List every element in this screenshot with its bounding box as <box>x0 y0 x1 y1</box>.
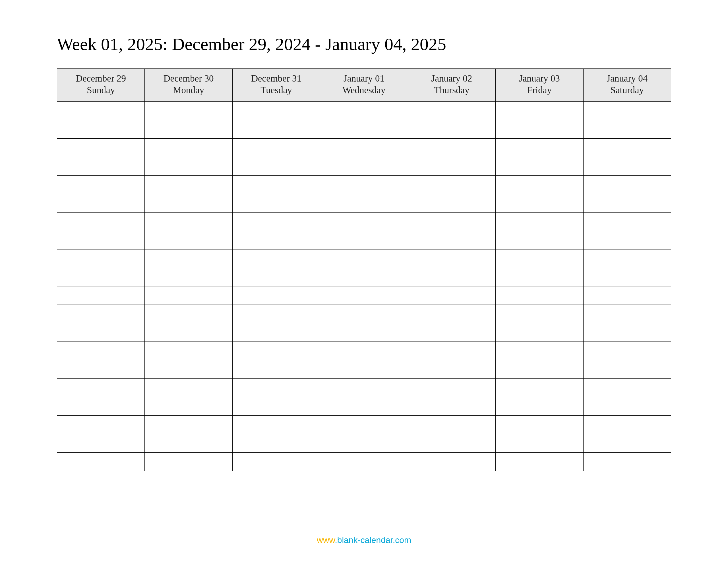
calendar-cell[interactable] <box>145 268 232 286</box>
calendar-cell[interactable] <box>408 175 495 194</box>
calendar-cell[interactable] <box>320 101 408 120</box>
calendar-cell[interactable] <box>232 341 320 360</box>
calendar-cell[interactable] <box>496 323 583 341</box>
calendar-cell[interactable] <box>320 341 408 360</box>
calendar-cell[interactable] <box>408 268 495 286</box>
calendar-cell[interactable] <box>583 175 671 194</box>
calendar-cell[interactable] <box>320 304 408 323</box>
calendar-cell[interactable] <box>320 138 408 157</box>
calendar-cell[interactable] <box>57 120 145 138</box>
calendar-cell[interactable] <box>232 378 320 397</box>
calendar-cell[interactable] <box>408 286 495 304</box>
calendar-cell[interactable] <box>320 120 408 138</box>
calendar-cell[interactable] <box>145 323 232 341</box>
calendar-cell[interactable] <box>320 415 408 434</box>
calendar-cell[interactable] <box>408 415 495 434</box>
calendar-cell[interactable] <box>57 323 145 341</box>
calendar-cell[interactable] <box>583 231 671 249</box>
calendar-cell[interactable] <box>583 212 671 231</box>
calendar-cell[interactable] <box>496 415 583 434</box>
calendar-cell[interactable] <box>320 323 408 341</box>
calendar-cell[interactable] <box>320 397 408 415</box>
calendar-cell[interactable] <box>145 434 232 452</box>
calendar-cell[interactable] <box>320 175 408 194</box>
calendar-cell[interactable] <box>57 101 145 120</box>
calendar-cell[interactable] <box>320 212 408 231</box>
calendar-cell[interactable] <box>496 120 583 138</box>
calendar-cell[interactable] <box>583 138 671 157</box>
calendar-cell[interactable] <box>145 286 232 304</box>
calendar-cell[interactable] <box>232 231 320 249</box>
calendar-cell[interactable] <box>232 415 320 434</box>
calendar-cell[interactable] <box>408 249 495 268</box>
calendar-cell[interactable] <box>583 323 671 341</box>
calendar-cell[interactable] <box>232 212 320 231</box>
calendar-cell[interactable] <box>496 194 583 212</box>
calendar-cell[interactable] <box>496 249 583 268</box>
calendar-cell[interactable] <box>583 101 671 120</box>
calendar-cell[interactable] <box>145 157 232 175</box>
calendar-cell[interactable] <box>408 397 495 415</box>
calendar-cell[interactable] <box>232 157 320 175</box>
calendar-cell[interactable] <box>496 360 583 378</box>
calendar-cell[interactable] <box>320 452 408 471</box>
calendar-cell[interactable] <box>145 231 232 249</box>
calendar-cell[interactable] <box>57 175 145 194</box>
calendar-cell[interactable] <box>496 157 583 175</box>
calendar-cell[interactable] <box>408 157 495 175</box>
calendar-cell[interactable] <box>408 323 495 341</box>
calendar-cell[interactable] <box>496 434 583 452</box>
calendar-cell[interactable] <box>57 286 145 304</box>
calendar-cell[interactable] <box>145 120 232 138</box>
calendar-cell[interactable] <box>583 249 671 268</box>
calendar-cell[interactable] <box>496 212 583 231</box>
calendar-cell[interactable] <box>145 341 232 360</box>
calendar-cell[interactable] <box>145 175 232 194</box>
calendar-cell[interactable] <box>145 212 232 231</box>
calendar-cell[interactable] <box>232 120 320 138</box>
calendar-cell[interactable] <box>408 360 495 378</box>
calendar-cell[interactable] <box>408 120 495 138</box>
calendar-cell[interactable] <box>496 175 583 194</box>
calendar-cell[interactable] <box>496 378 583 397</box>
calendar-cell[interactable] <box>57 397 145 415</box>
calendar-cell[interactable] <box>408 304 495 323</box>
calendar-cell[interactable] <box>57 212 145 231</box>
calendar-cell[interactable] <box>583 415 671 434</box>
calendar-cell[interactable] <box>232 268 320 286</box>
calendar-cell[interactable] <box>583 378 671 397</box>
calendar-cell[interactable] <box>57 138 145 157</box>
calendar-cell[interactable] <box>583 397 671 415</box>
calendar-cell[interactable] <box>145 397 232 415</box>
calendar-cell[interactable] <box>408 194 495 212</box>
calendar-cell[interactable] <box>232 101 320 120</box>
calendar-cell[interactable] <box>57 194 145 212</box>
calendar-cell[interactable] <box>583 157 671 175</box>
calendar-cell[interactable] <box>145 249 232 268</box>
calendar-cell[interactable] <box>232 360 320 378</box>
calendar-cell[interactable] <box>232 452 320 471</box>
calendar-cell[interactable] <box>232 434 320 452</box>
calendar-cell[interactable] <box>232 323 320 341</box>
calendar-cell[interactable] <box>583 120 671 138</box>
calendar-cell[interactable] <box>145 378 232 397</box>
calendar-cell[interactable] <box>232 249 320 268</box>
calendar-cell[interactable] <box>408 212 495 231</box>
calendar-cell[interactable] <box>57 452 145 471</box>
calendar-cell[interactable] <box>57 434 145 452</box>
calendar-cell[interactable] <box>57 360 145 378</box>
calendar-cell[interactable] <box>145 304 232 323</box>
calendar-cell[interactable] <box>145 138 232 157</box>
calendar-cell[interactable] <box>145 452 232 471</box>
calendar-cell[interactable] <box>408 378 495 397</box>
calendar-cell[interactable] <box>320 360 408 378</box>
calendar-cell[interactable] <box>57 157 145 175</box>
calendar-cell[interactable] <box>496 268 583 286</box>
calendar-cell[interactable] <box>583 341 671 360</box>
calendar-cell[interactable] <box>320 157 408 175</box>
calendar-cell[interactable] <box>232 175 320 194</box>
calendar-cell[interactable] <box>145 101 232 120</box>
calendar-cell[interactable] <box>320 231 408 249</box>
calendar-cell[interactable] <box>320 286 408 304</box>
footer-link[interactable]: www.blank-calendar.com <box>0 535 728 545</box>
